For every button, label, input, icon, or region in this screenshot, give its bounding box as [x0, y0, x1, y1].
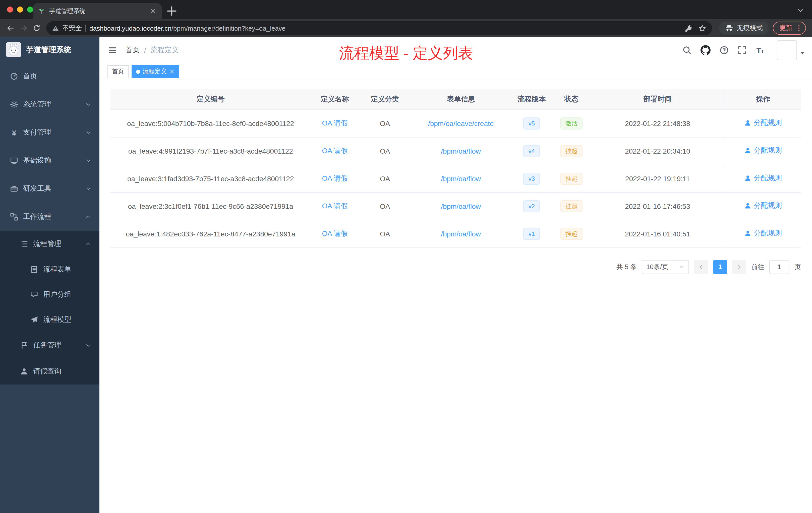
breadcrumb-item-0[interactable]: 首页 — [125, 46, 140, 55]
zoom-window-button[interactable] — [27, 6, 33, 12]
sidebar-item-label: 流程管理 — [33, 239, 61, 248]
cell-action: 分配规则 — [725, 192, 801, 220]
version-badge: v3 — [523, 173, 540, 184]
cell-definition-name: OA 请假 — [311, 220, 359, 247]
cell-form: /bpm/oa/flow — [411, 220, 511, 247]
column-header-4: 流程版本 — [511, 89, 552, 110]
avatar-dropdown[interactable] — [777, 40, 797, 60]
cell-status: 挂起 — [552, 220, 590, 247]
assign-rule-link[interactable]: 分配规则 — [744, 174, 782, 183]
tag-process-definition[interactable]: 流程定义 — [132, 65, 179, 78]
chevron-down-icon — [85, 342, 91, 349]
navbar-right: TT — [683, 40, 804, 60]
tag-close-icon[interactable] — [169, 69, 175, 74]
assign-rule-link[interactable]: 分配规则 — [744, 201, 782, 210]
sidebar-item-leave-query[interactable]: 请假查询 — [0, 358, 99, 385]
dashboard-icon — [10, 72, 18, 80]
definition-name-link[interactable]: OA 请假 — [322, 146, 348, 154]
forward-icon[interactable] — [17, 22, 30, 35]
cell-status: 挂起 — [552, 137, 590, 164]
browser-tab[interactable]: 芋道管理系统 — [33, 3, 162, 19]
cell-definition-id: oa_leave:3:1fad3d93-7b75-11ec-a3c8-acde4… — [111, 164, 311, 192]
cell-action: 分配规则 — [725, 220, 801, 247]
sidebar-item-system-management[interactable]: 系统管理 — [0, 90, 99, 118]
sidebar-item-dev-tools[interactable]: 研发工具 — [0, 175, 99, 203]
cell-definition-name: OA 请假 — [311, 137, 359, 164]
logo-title: 芋道管理系统 — [26, 45, 71, 55]
user-icon — [744, 202, 751, 209]
goto-page-input[interactable] — [769, 260, 789, 274]
sidebar-item-infrastructure[interactable]: 基础设施 — [0, 147, 99, 175]
definition-name-link[interactable]: OA 请假 — [322, 229, 348, 237]
cell-deploy-time: 2022-01-22 19:19:11 — [590, 164, 725, 192]
table-row: oa_leave:4:991f2193-7b7f-11ec-a3c8-acde4… — [111, 137, 801, 164]
url-separator — [85, 25, 86, 32]
bookmark-star-icon[interactable] — [698, 24, 706, 32]
sidebar-item-process-form[interactable]: 流程表单 — [0, 257, 99, 282]
tag-home[interactable]: 首页 — [108, 65, 128, 78]
sidebar-item-process-model[interactable]: 流程模型 — [0, 307, 99, 332]
definition-name-link[interactable]: OA 请假 — [322, 202, 348, 210]
next-page-button[interactable] — [732, 260, 746, 274]
assign-rule-link[interactable]: 分配规则 — [744, 118, 782, 127]
address-bar[interactable]: 不安全 dashboard.yudao.iocoder.cn/bpm/manag… — [46, 21, 712, 35]
user-icon — [744, 175, 751, 182]
prev-page-button[interactable] — [694, 260, 708, 274]
github-icon[interactable] — [700, 45, 710, 55]
new-tab-button[interactable] — [166, 5, 178, 17]
form-link[interactable]: /bpm/oa/flow — [441, 202, 481, 210]
chevron-up-icon — [85, 214, 91, 220]
sidebar-item-home[interactable]: 首页 — [0, 62, 99, 90]
url-domain: dashboard.yudao.iocoder.cn — [89, 24, 172, 32]
avatar[interactable] — [777, 40, 797, 60]
status-badge: 挂起 — [560, 145, 582, 157]
page-size-value: 10条/页 — [646, 262, 668, 271]
sidebar-item-workflow[interactable]: 工作流程 — [0, 203, 99, 231]
browser-toolbar: 不安全 dashboard.yudao.iocoder.cn/bpm/manag… — [0, 19, 812, 37]
definition-name-link[interactable]: OA 请假 — [322, 119, 348, 127]
assign-rule-link[interactable]: 分配规则 — [744, 146, 782, 155]
reload-icon[interactable] — [30, 22, 43, 35]
form-link[interactable]: /bpm/oa/flow — [441, 230, 481, 238]
form-link[interactable]: /bpm/oa/flow — [441, 147, 481, 155]
page-number-button[interactable]: 1 — [713, 260, 727, 274]
form-link[interactable]: /bpm/oa/leave/create — [428, 119, 494, 127]
cell-status: 激活 — [552, 110, 590, 137]
user-group-icon — [30, 291, 38, 299]
update-label: 更新 — [779, 24, 792, 33]
sidebar-item-task-management[interactable]: 任务管理 — [0, 332, 99, 358]
question-icon[interactable] — [720, 46, 729, 55]
tab-search-icon[interactable] — [797, 7, 804, 14]
fullscreen-icon[interactable] — [738, 46, 747, 55]
version-badge: v2 — [523, 200, 540, 212]
definition-name-link[interactable]: OA 请假 — [322, 174, 348, 182]
close-tab-icon[interactable] — [150, 7, 157, 14]
form-icon — [30, 266, 38, 274]
minimize-window-button[interactable] — [17, 6, 23, 12]
cell-deploy-time: 2022-01-22 21:48:38 — [590, 110, 725, 137]
font-size-icon[interactable]: TT — [756, 46, 765, 55]
caret-down-icon[interactable] — [800, 50, 806, 56]
close-window-button[interactable] — [7, 6, 13, 12]
back-icon[interactable] — [4, 22, 17, 35]
app: 芋道管理系统 首页系统管理¥支付管理基础设施研发工具工作流程流程管理流程表单用户… — [0, 37, 812, 513]
sidebar-item-user-group[interactable]: 用户分组 — [0, 282, 99, 307]
browser-update-button[interactable]: 更新 — [773, 22, 806, 35]
sidebar-logo[interactable]: 芋道管理系统 — [0, 37, 99, 62]
browser-menu-icon[interactable] — [795, 25, 803, 32]
sidebar-item-label: 首页 — [23, 72, 37, 81]
form-link[interactable]: /bpm/oa/flow — [441, 175, 481, 182]
assign-rule-link[interactable]: 分配规则 — [744, 229, 782, 238]
sidebar-item-label: 系统管理 — [23, 100, 51, 109]
column-header-2: 定义分类 — [359, 89, 411, 110]
sidebar-toggle-icon[interactable] — [108, 45, 117, 55]
user-icon — [744, 147, 751, 154]
security-warning-icon[interactable] — [52, 25, 59, 31]
password-key-icon[interactable] — [685, 24, 693, 32]
page-size-select[interactable]: 10条/页 — [642, 260, 689, 274]
sidebar-item-payment-management[interactable]: ¥支付管理 — [0, 118, 99, 147]
search-icon[interactable] — [683, 46, 692, 55]
sidebar-item-process-management[interactable]: 流程管理 — [0, 231, 99, 257]
chevron-down-icon — [85, 129, 91, 135]
cell-definition-name: OA 请假 — [311, 164, 359, 192]
